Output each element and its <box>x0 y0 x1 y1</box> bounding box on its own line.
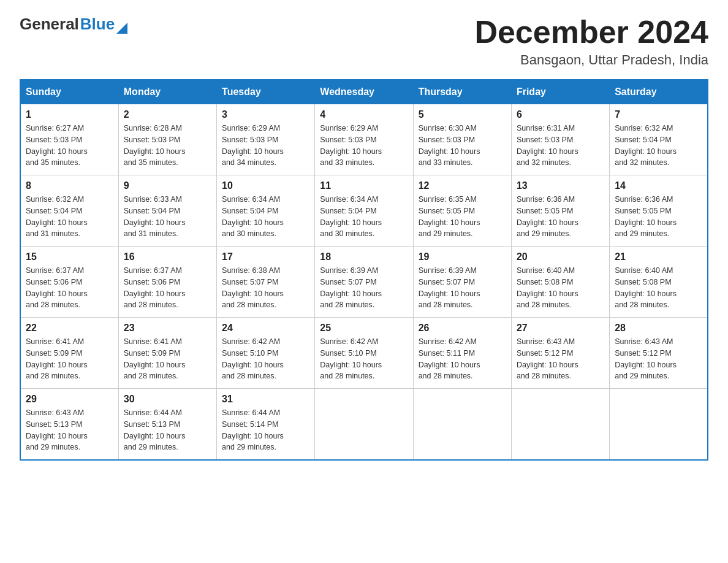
calendar-cell: 13Sunrise: 6:36 AM Sunset: 5:05 PM Dayli… <box>511 175 609 247</box>
day-number: 9 <box>124 180 211 191</box>
col-header-monday: Monday <box>118 80 216 104</box>
title-block: December 2024 Bansgaon, Uttar Pradesh, I… <box>474 15 708 68</box>
calendar-cell: 10Sunrise: 6:34 AM Sunset: 5:04 PM Dayli… <box>217 175 315 247</box>
calendar-cell: 8Sunrise: 6:32 AM Sunset: 5:04 PM Daylig… <box>20 175 118 247</box>
day-number: 4 <box>320 109 408 120</box>
day-number: 15 <box>26 251 113 262</box>
calendar-cell: 14Sunrise: 6:36 AM Sunset: 5:05 PM Dayli… <box>610 175 708 247</box>
calendar-cell: 23Sunrise: 6:41 AM Sunset: 5:09 PM Dayli… <box>118 318 216 389</box>
calendar-week-row: 1Sunrise: 6:27 AM Sunset: 5:03 PM Daylig… <box>20 104 708 175</box>
col-header-friday: Friday <box>511 80 609 104</box>
day-info: Sunrise: 6:43 AM Sunset: 5:13 PM Dayligh… <box>26 407 113 453</box>
calendar-cell: 17Sunrise: 6:38 AM Sunset: 5:07 PM Dayli… <box>217 247 315 318</box>
logo-blue-text: Blue <box>80 15 115 34</box>
calendar-cell: 19Sunrise: 6:39 AM Sunset: 5:07 PM Dayli… <box>413 247 511 318</box>
logo: General Blue <box>20 15 127 34</box>
day-info: Sunrise: 6:38 AM Sunset: 5:07 PM Dayligh… <box>222 265 309 311</box>
day-number: 27 <box>517 323 604 334</box>
day-info: Sunrise: 6:39 AM Sunset: 5:07 PM Dayligh… <box>320 265 408 311</box>
logo-arrow-icon <box>116 23 127 34</box>
day-number: 29 <box>26 394 113 405</box>
day-number: 24 <box>222 323 309 334</box>
day-info: Sunrise: 6:42 AM Sunset: 5:10 PM Dayligh… <box>320 336 408 382</box>
day-info: Sunrise: 6:29 AM Sunset: 5:03 PM Dayligh… <box>222 123 309 169</box>
calendar-week-row: 15Sunrise: 6:37 AM Sunset: 5:06 PM Dayli… <box>20 247 708 318</box>
day-info: Sunrise: 6:31 AM Sunset: 5:03 PM Dayligh… <box>517 123 604 169</box>
day-info: Sunrise: 6:32 AM Sunset: 5:04 PM Dayligh… <box>26 194 113 240</box>
calendar-cell: 9Sunrise: 6:33 AM Sunset: 5:04 PM Daylig… <box>118 175 216 247</box>
day-number: 10 <box>222 180 309 191</box>
calendar-cell: 26Sunrise: 6:42 AM Sunset: 5:11 PM Dayli… <box>413 318 511 389</box>
calendar-cell: 22Sunrise: 6:41 AM Sunset: 5:09 PM Dayli… <box>20 318 118 389</box>
day-info: Sunrise: 6:41 AM Sunset: 5:09 PM Dayligh… <box>124 336 211 382</box>
calendar-cell: 5Sunrise: 6:30 AM Sunset: 5:03 PM Daylig… <box>413 104 511 175</box>
calendar-week-row: 22Sunrise: 6:41 AM Sunset: 5:09 PM Dayli… <box>20 318 708 389</box>
calendar-cell <box>610 389 708 461</box>
day-number: 31 <box>222 394 309 405</box>
day-number: 30 <box>124 394 211 405</box>
calendar-cell: 24Sunrise: 6:42 AM Sunset: 5:10 PM Dayli… <box>217 318 315 389</box>
day-info: Sunrise: 6:44 AM Sunset: 5:13 PM Dayligh… <box>124 407 211 453</box>
day-info: Sunrise: 6:35 AM Sunset: 5:05 PM Dayligh… <box>419 194 506 240</box>
day-info: Sunrise: 6:40 AM Sunset: 5:08 PM Dayligh… <box>517 265 604 311</box>
day-info: Sunrise: 6:42 AM Sunset: 5:11 PM Dayligh… <box>419 336 506 382</box>
calendar-cell: 16Sunrise: 6:37 AM Sunset: 5:06 PM Dayli… <box>118 247 216 318</box>
calendar-header-row: SundayMondayTuesdayWednesdayThursdayFrid… <box>20 80 708 104</box>
day-number: 22 <box>26 323 113 334</box>
calendar-cell: 18Sunrise: 6:39 AM Sunset: 5:07 PM Dayli… <box>315 247 413 318</box>
day-number: 13 <box>517 180 604 191</box>
day-number: 20 <box>517 251 604 262</box>
calendar-cell: 7Sunrise: 6:32 AM Sunset: 5:04 PM Daylig… <box>610 104 708 175</box>
day-number: 5 <box>419 109 506 120</box>
calendar-cell: 25Sunrise: 6:42 AM Sunset: 5:10 PM Dayli… <box>315 318 413 389</box>
day-info: Sunrise: 6:29 AM Sunset: 5:03 PM Dayligh… <box>320 123 408 169</box>
day-info: Sunrise: 6:34 AM Sunset: 5:04 PM Dayligh… <box>320 194 408 240</box>
col-header-tuesday: Tuesday <box>217 80 315 104</box>
day-info: Sunrise: 6:37 AM Sunset: 5:06 PM Dayligh… <box>26 265 113 311</box>
calendar-subtitle: Bansgaon, Uttar Pradesh, India <box>474 52 708 68</box>
col-header-wednesday: Wednesday <box>315 80 413 104</box>
day-info: Sunrise: 6:43 AM Sunset: 5:12 PM Dayligh… <box>517 336 604 382</box>
day-number: 26 <box>419 323 506 334</box>
calendar-week-row: 8Sunrise: 6:32 AM Sunset: 5:04 PM Daylig… <box>20 175 708 247</box>
col-header-thursday: Thursday <box>413 80 511 104</box>
day-info: Sunrise: 6:36 AM Sunset: 5:05 PM Dayligh… <box>615 194 702 240</box>
day-info: Sunrise: 6:32 AM Sunset: 5:04 PM Dayligh… <box>615 123 702 169</box>
day-info: Sunrise: 6:43 AM Sunset: 5:12 PM Dayligh… <box>615 336 702 382</box>
calendar-cell: 11Sunrise: 6:34 AM Sunset: 5:04 PM Dayli… <box>315 175 413 247</box>
calendar-cell: 30Sunrise: 6:44 AM Sunset: 5:13 PM Dayli… <box>118 389 216 461</box>
calendar-cell: 27Sunrise: 6:43 AM Sunset: 5:12 PM Dayli… <box>511 318 609 389</box>
day-info: Sunrise: 6:41 AM Sunset: 5:09 PM Dayligh… <box>26 336 113 382</box>
calendar-cell: 4Sunrise: 6:29 AM Sunset: 5:03 PM Daylig… <box>315 104 413 175</box>
day-number: 28 <box>615 323 702 334</box>
calendar-cell: 21Sunrise: 6:40 AM Sunset: 5:08 PM Dayli… <box>610 247 708 318</box>
day-number: 3 <box>222 109 309 120</box>
calendar-cell: 29Sunrise: 6:43 AM Sunset: 5:13 PM Dayli… <box>20 389 118 461</box>
day-info: Sunrise: 6:33 AM Sunset: 5:04 PM Dayligh… <box>124 194 211 240</box>
day-info: Sunrise: 6:34 AM Sunset: 5:04 PM Dayligh… <box>222 194 309 240</box>
day-number: 21 <box>615 251 702 262</box>
day-number: 16 <box>124 251 211 262</box>
calendar-cell: 15Sunrise: 6:37 AM Sunset: 5:06 PM Dayli… <box>20 247 118 318</box>
day-number: 18 <box>320 251 408 262</box>
col-header-sunday: Sunday <box>20 80 118 104</box>
calendar-cell: 2Sunrise: 6:28 AM Sunset: 5:03 PM Daylig… <box>118 104 216 175</box>
day-number: 12 <box>419 180 506 191</box>
day-number: 6 <box>517 109 604 120</box>
calendar-cell: 6Sunrise: 6:31 AM Sunset: 5:03 PM Daylig… <box>511 104 609 175</box>
day-info: Sunrise: 6:40 AM Sunset: 5:08 PM Dayligh… <box>615 265 702 311</box>
calendar-cell: 1Sunrise: 6:27 AM Sunset: 5:03 PM Daylig… <box>20 104 118 175</box>
logo-blue-block: Blue <box>80 15 127 34</box>
day-number: 25 <box>320 323 408 334</box>
day-number: 8 <box>26 180 113 191</box>
calendar-cell <box>511 389 609 461</box>
day-info: Sunrise: 6:27 AM Sunset: 5:03 PM Dayligh… <box>26 123 113 169</box>
day-number: 17 <box>222 251 309 262</box>
day-info: Sunrise: 6:39 AM Sunset: 5:07 PM Dayligh… <box>419 265 506 311</box>
calendar-cell: 20Sunrise: 6:40 AM Sunset: 5:08 PM Dayli… <box>511 247 609 318</box>
calendar-title: December 2024 <box>474 15 708 50</box>
day-number: 19 <box>419 251 506 262</box>
calendar-cell: 12Sunrise: 6:35 AM Sunset: 5:05 PM Dayli… <box>413 175 511 247</box>
calendar-table: SundayMondayTuesdayWednesdayThursdayFrid… <box>20 79 708 461</box>
day-info: Sunrise: 6:42 AM Sunset: 5:10 PM Dayligh… <box>222 336 309 382</box>
